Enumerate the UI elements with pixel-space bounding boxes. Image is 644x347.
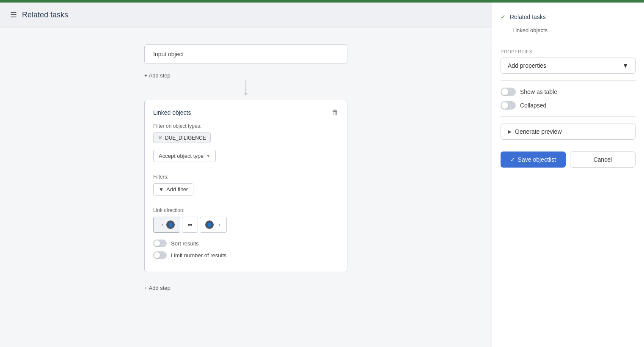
progress-bar-fill <box>0 0 644 3</box>
limit-results-label: Limit number of results <box>171 252 227 259</box>
input-object-box: Input object <box>144 44 347 64</box>
add-filter-label: Add filter <box>166 186 188 193</box>
chevron-down-icon: ▼ <box>206 154 210 158</box>
properties-section-label: Properties <box>492 42 644 58</box>
add-properties-label: Add properties <box>508 62 546 69</box>
show-as-table-toggle[interactable] <box>501 88 516 96</box>
accept-object-type-label: Accept object type <box>159 153 204 159</box>
arrow-right-icon: → <box>159 221 165 228</box>
person-icon-1: 👤 <box>166 220 175 229</box>
sidebar-related-tasks-label: Related tasks <box>510 14 546 20</box>
save-label: Save objectlist <box>518 156 556 163</box>
show-as-table-label: Show as table <box>520 88 557 95</box>
generate-preview-label: Generate preview <box>515 128 562 135</box>
chevron-down-icon-2: ▼ <box>622 62 628 69</box>
filter-tag: ✕ DUE_DILIGENCE <box>153 132 211 143</box>
sort-results-toggle[interactable] <box>153 240 167 247</box>
sidebar-item-related-tasks[interactable]: ✓ Related tasks <box>501 10 636 24</box>
cancel-button[interactable]: Cancel <box>570 151 636 168</box>
delete-icon[interactable]: 🗑 <box>332 109 339 116</box>
person-icon-2: 👤 <box>205 220 214 229</box>
arrow-right-icon-2: → <box>215 221 221 228</box>
accept-object-type-button[interactable]: Accept object type ▼ <box>153 150 216 162</box>
filter-section-label: Filter on object types: <box>153 123 339 129</box>
linked-objects-title: Linked objects <box>153 109 191 116</box>
add-step-top[interactable]: + Add step <box>144 72 171 79</box>
limit-results-row: Limit number of results <box>153 251 339 259</box>
divider-2 <box>501 116 636 117</box>
page-title: Related tasks <box>22 11 68 19</box>
add-filter-button[interactable]: ▼ Add filter <box>153 183 193 196</box>
cancel-label: Cancel <box>593 156 612 163</box>
filter-icon: ▼ <box>159 187 164 193</box>
menu-icon: ☰ <box>10 10 17 19</box>
add-properties-button[interactable]: Add properties ▼ <box>501 58 636 74</box>
connector-line <box>245 80 246 93</box>
link-direction-label: Link direction: <box>153 207 339 213</box>
header: ☰ Related tasks <box>0 3 492 28</box>
right-sidebar: ✓ Related tasks Linked objects Propertie… <box>492 3 644 347</box>
divider-1 <box>501 80 636 81</box>
collapsed-toggle[interactable] <box>501 101 516 110</box>
direction-btn-from[interactable]: 👤 → <box>200 217 227 233</box>
sidebar-header: ✓ Related tasks Linked objects <box>492 3 644 42</box>
workflow-container: Input object + Add step Linked objects 🗑 <box>8 44 483 291</box>
save-check-icon: ✓ <box>510 156 515 163</box>
save-button[interactable]: ✓ Save objectlist <box>501 151 566 168</box>
action-buttons: ✓ Save objectlist Cancel <box>492 143 644 176</box>
filters-section-label: Filters: <box>153 174 339 180</box>
content-area: Input object + Add step Linked objects 🗑 <box>0 28 492 347</box>
filter-tag-value: DUE_DILIGENCE <box>165 135 206 141</box>
center-panel: ☰ Related tasks Input object + Add step <box>0 3 492 347</box>
progress-bar <box>0 0 644 3</box>
show-as-table-row: Show as table <box>501 88 636 96</box>
sort-results-label: Sort results <box>171 240 199 247</box>
play-icon: ▶ <box>508 129 512 135</box>
limit-results-toggle[interactable] <box>153 251 167 259</box>
check-icon: ✓ <box>501 14 506 20</box>
card-header: Linked objects 🗑 <box>153 109 339 116</box>
add-step-bottom[interactable]: + Add step <box>144 285 171 291</box>
collapsed-label: Collapsed <box>520 102 546 109</box>
bidirectional-icon: ⇔ <box>187 221 193 228</box>
linked-objects-card: Linked objects 🗑 Filter on object types:… <box>144 100 347 272</box>
direction-btn-both[interactable]: ⇔ <box>182 217 198 233</box>
sidebar-content: Add properties ▼ Show as table Collapsed… <box>492 58 644 140</box>
link-direction-row: → 👤 ⇔ 👤 → <box>153 217 339 233</box>
sort-results-row: Sort results <box>153 240 339 247</box>
generate-preview-button[interactable]: ▶ Generate preview <box>501 124 636 140</box>
collapsed-row: Collapsed <box>501 101 636 110</box>
direction-btn-to[interactable]: → 👤 <box>153 217 180 233</box>
sidebar-item-linked-objects[interactable]: Linked objects <box>501 24 636 37</box>
input-object-label: Input object <box>153 51 184 58</box>
filter-tag-remove[interactable]: ✕ <box>158 135 162 141</box>
sidebar-linked-objects-label: Linked objects <box>512 27 548 33</box>
